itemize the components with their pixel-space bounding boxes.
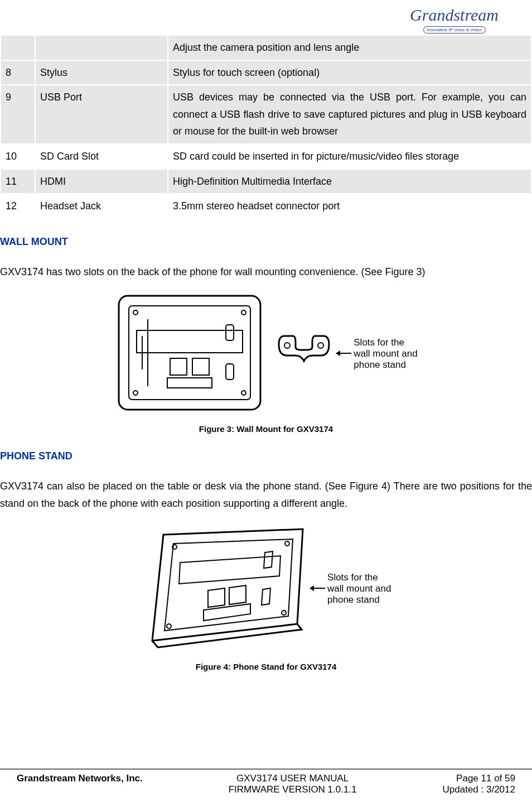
svg-point-17 — [285, 541, 289, 546]
svg-point-3 — [241, 310, 246, 315]
table-row: 11HDMIHigh-Definition Multimedia Interfa… — [1, 169, 531, 194]
phone-stand-body: GXV3174 can also be placed on the table … — [0, 478, 532, 512]
svg-point-5 — [241, 391, 246, 395]
row-name: Headset Jack — [35, 194, 168, 219]
phone-stand-heading: PHONE STAND — [0, 450, 532, 462]
svg-rect-8 — [167, 378, 212, 388]
footer-manual-title: GXV3174 USER MANUAL — [229, 773, 357, 784]
table-row: 9USB PortUSB devices may be connected vi… — [1, 85, 531, 144]
row-number: 9 — [1, 85, 35, 144]
row-number — [1, 35, 35, 60]
footer-updated-date: Updated : 3/2012 — [443, 784, 515, 795]
figure-4-callout: Slots for the wall mount and phone stand — [327, 572, 391, 606]
figure-4: Slots for the wall mount and phone stand… — [0, 524, 532, 671]
footer-company: Grandstream Networks, Inc. — [17, 773, 143, 795]
row-number: 8 — [1, 60, 35, 85]
logo-tagline: Innovative IP Voice & Video — [423, 26, 486, 33]
footer-page-number: Page 11 of 59 — [443, 773, 515, 784]
svg-point-14 — [284, 343, 290, 348]
page-footer: Grandstream Networks, Inc. GXV3174 USER … — [0, 769, 532, 795]
row-description: High-Definition Multimedia Interface — [168, 169, 531, 194]
svg-rect-7 — [192, 358, 209, 375]
svg-rect-6 — [170, 358, 187, 375]
figure-4-caption: Figure 4: Phone Stand for GXV3174 — [0, 662, 532, 671]
footer-firmware-version: FIRMWARE VERSION 1.0.1.1 — [229, 784, 357, 795]
wall-mount-heading: WALL MOUNT — [0, 236, 532, 248]
row-name: Stylus — [35, 60, 168, 85]
row-description: 3.5mm stereo headset connector port — [168, 194, 531, 219]
row-name: USB Port — [35, 85, 168, 144]
row-number: 10 — [1, 144, 35, 169]
row-description: Stylus for touch screen (optional) — [168, 60, 531, 85]
wall-mount-bracket-image — [273, 325, 335, 383]
logo-brand-text: Grandstream — [410, 7, 499, 23]
figure-3: Slots for the wall mount and phone stand… — [0, 291, 532, 434]
figure-3-caption: Figure 3: Wall Mount for GXV3174 — [0, 424, 532, 434]
svg-point-18 — [167, 624, 171, 628]
svg-point-2 — [133, 310, 138, 315]
svg-rect-11 — [226, 364, 234, 380]
row-description: Adjust the camera position and lens angl… — [168, 35, 531, 60]
table-row: 8StylusStylus for touch screen (optional… — [1, 60, 531, 85]
row-name: SD Card Slot — [35, 144, 168, 169]
figure-3-callout: Slots for the wall mount and phone stand — [354, 337, 417, 371]
header-logo: Grandstream Innovative IP Voice & Video — [0, 7, 532, 35]
svg-point-19 — [282, 611, 286, 615]
wall-mount-device-image — [114, 291, 265, 416]
wall-mount-body: GXV3174 has two slots on the back of the… — [0, 263, 532, 281]
svg-rect-10 — [226, 325, 234, 340]
svg-point-15 — [318, 343, 323, 348]
row-name: HDMI — [35, 169, 168, 194]
svg-rect-9 — [137, 330, 243, 353]
row-name — [35, 35, 168, 60]
table-row: 12Headset Jack3.5mm stereo headset conne… — [1, 194, 531, 219]
table-row: 10SD Card SlotSD card could be inserted … — [1, 144, 531, 169]
features-table: Adjust the camera position and lens angl… — [0, 35, 532, 219]
row-description: SD card could be inserted in for picture… — [168, 144, 531, 169]
row-description: USB devices may be connected via the USB… — [168, 85, 531, 144]
row-number: 12 — [1, 194, 35, 219]
row-number: 11 — [1, 169, 35, 194]
phone-stand-device-image — [141, 524, 308, 654]
table-row: Adjust the camera position and lens angl… — [1, 35, 531, 60]
svg-point-4 — [133, 391, 138, 395]
